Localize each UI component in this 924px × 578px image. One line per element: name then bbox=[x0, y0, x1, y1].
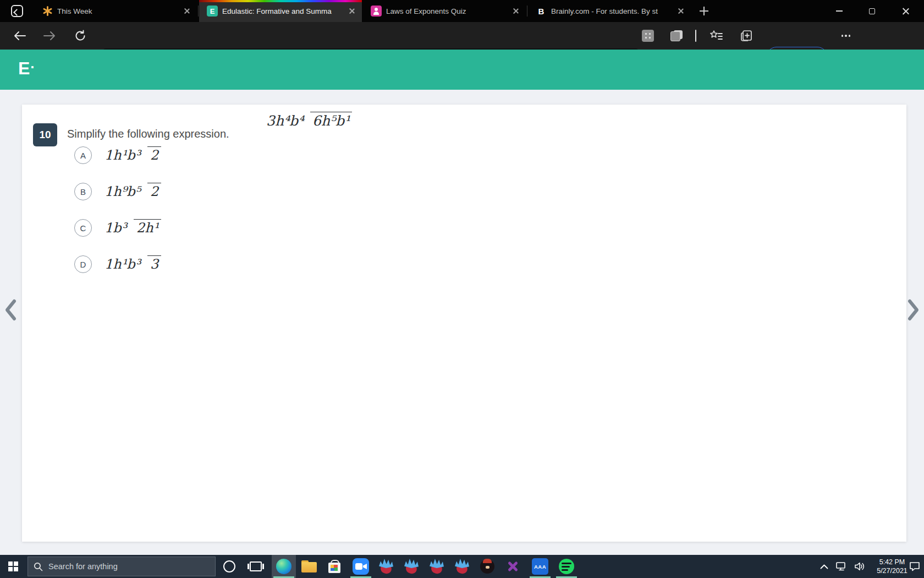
action-center-icon bbox=[909, 561, 920, 571]
option-radio[interactable]: C bbox=[74, 219, 92, 237]
taskbar-game-2[interactable] bbox=[399, 555, 424, 578]
chevron-up-icon bbox=[820, 564, 828, 569]
option-numerator: 1b³ bbox=[102, 220, 129, 236]
question-expression: 3h⁴b⁴ 6h⁵b¹ bbox=[264, 112, 352, 129]
clock-time: 5:42 PM bbox=[877, 558, 908, 566]
person-favicon bbox=[371, 6, 382, 17]
option-denominator: 2h¹ bbox=[134, 219, 161, 236]
tray-volume[interactable] bbox=[850, 555, 869, 578]
collections-button[interactable] bbox=[739, 28, 755, 43]
forward-button[interactable] bbox=[41, 27, 58, 45]
option-denominator: 3 bbox=[147, 255, 161, 272]
taskbar-search-input[interactable]: Search for anything bbox=[28, 557, 216, 576]
question-number-badge: 10 bbox=[33, 123, 57, 146]
windows-logo-icon bbox=[8, 561, 18, 571]
expression-numerator: 3h⁴b⁴ bbox=[264, 112, 306, 129]
close-icon[interactable] bbox=[348, 7, 356, 15]
cortana-icon bbox=[223, 560, 235, 572]
answer-option-a[interactable]: A 1h¹b³ 2 bbox=[74, 146, 161, 164]
dark-character-icon bbox=[480, 559, 494, 574]
task-view-button[interactable] bbox=[243, 555, 268, 578]
option-denominator: 2 bbox=[147, 183, 161, 200]
taskbar-store[interactable] bbox=[322, 555, 346, 578]
forward-arrow-icon bbox=[43, 30, 56, 41]
tray-network[interactable] bbox=[832, 555, 850, 578]
tab-this-week[interactable]: This Week bbox=[34, 0, 197, 22]
answer-option-d[interactable]: D 1h¹b³ 3 bbox=[74, 255, 161, 273]
option-numerator: 1h¹b³ bbox=[102, 147, 143, 163]
tray-show-hidden-icons[interactable] bbox=[815, 555, 833, 578]
taskbar-file-explorer[interactable] bbox=[297, 555, 321, 578]
collections-icon bbox=[740, 29, 754, 42]
edge-icon bbox=[276, 559, 292, 574]
favorites-button[interactable] bbox=[708, 28, 724, 43]
browser-tab-bar: This Week E Edulastic: Formative and Sum… bbox=[0, 0, 924, 22]
tab-divider bbox=[198, 6, 199, 17]
tab-title: Edulastic: Formative and Summa bbox=[222, 7, 343, 15]
chevron-right-icon bbox=[906, 298, 921, 322]
clock-date: 5/27/2021 bbox=[877, 566, 908, 575]
extension-grid-button[interactable] bbox=[640, 28, 656, 43]
option-radio[interactable]: A bbox=[74, 146, 92, 164]
option-fraction: 1h¹b³ 2 bbox=[102, 148, 161, 163]
taskbar-game-5[interactable] bbox=[475, 555, 499, 578]
clock-text: 5:42 PM 5/27/2021 bbox=[877, 558, 908, 575]
browser-app-icon[interactable] bbox=[11, 5, 23, 17]
window-maximize-button[interactable] bbox=[859, 0, 884, 22]
option-radio[interactable]: D bbox=[74, 255, 92, 273]
close-icon[interactable] bbox=[183, 7, 191, 15]
taskbar-zoom[interactable] bbox=[349, 555, 373, 578]
taskbar-edge[interactable] bbox=[272, 555, 296, 578]
taskbar-game-6[interactable] bbox=[501, 555, 525, 578]
expression-denominator: 6h⁵b¹ bbox=[310, 112, 352, 129]
answer-option-c[interactable]: C 1b³ 2h¹ bbox=[74, 219, 161, 237]
option-radio[interactable]: B bbox=[74, 183, 92, 200]
cortana-button[interactable] bbox=[217, 555, 242, 578]
tab-title: Laws of Exponents Quiz bbox=[386, 7, 507, 15]
window-close-button[interactable] bbox=[893, 0, 919, 22]
purple-x-icon bbox=[505, 559, 520, 574]
tab-divider bbox=[527, 6, 527, 17]
taskbar-game-3[interactable] bbox=[425, 555, 449, 578]
taskbar-spotify[interactable] bbox=[554, 555, 579, 578]
screen: This Week E Edulastic: Formative and Sum… bbox=[0, 0, 924, 578]
microsoft-store-icon bbox=[328, 563, 340, 573]
extension-photos-button[interactable] bbox=[669, 28, 684, 43]
edulastic-favicon: E bbox=[207, 6, 218, 17]
back-arrow-icon bbox=[13, 30, 26, 41]
new-tab-button[interactable] bbox=[697, 4, 711, 18]
close-icon[interactable] bbox=[512, 7, 520, 15]
close-icon bbox=[902, 7, 910, 15]
back-button[interactable] bbox=[11, 27, 29, 45]
tab-edulastic[interactable]: E Edulastic: Formative and Summa bbox=[199, 0, 362, 22]
page-next-chevron[interactable] bbox=[906, 298, 923, 322]
taskbar-game-1[interactable] bbox=[374, 555, 398, 578]
page-previous-chevron[interactable] bbox=[3, 298, 20, 322]
option-numerator: 1h⁹b⁵ bbox=[102, 183, 143, 200]
network-icon bbox=[835, 561, 847, 571]
answer-option-b[interactable]: B 1h⁹b⁵ 2 bbox=[74, 183, 161, 200]
option-fraction: 1b³ 2h¹ bbox=[102, 220, 161, 236]
spotify-icon bbox=[559, 559, 574, 574]
toolbar-divider bbox=[695, 30, 696, 42]
speaker-icon bbox=[854, 561, 866, 571]
option-numerator: 1h¹b³ bbox=[102, 256, 143, 272]
tab-laws-of-exponents[interactable]: Laws of Exponents Quiz bbox=[363, 0, 526, 22]
close-icon[interactable] bbox=[676, 7, 685, 15]
tab-brainly[interactable]: B Brainly.com - For students. By st bbox=[528, 0, 691, 22]
chevron-left-icon bbox=[3, 298, 18, 322]
taskbar-game-4[interactable] bbox=[450, 555, 474, 578]
option-fraction: 1h¹b³ 3 bbox=[102, 257, 161, 272]
edulastic-logo: E· bbox=[18, 58, 36, 79]
search-icon bbox=[34, 562, 43, 571]
start-button[interactable] bbox=[0, 555, 26, 578]
browser-menu-button[interactable] bbox=[838, 28, 854, 43]
refresh-button[interactable] bbox=[72, 27, 89, 45]
window-minimize-button[interactable] bbox=[827, 0, 852, 22]
favorites-star-list-icon bbox=[709, 30, 723, 42]
asterisk-icon bbox=[42, 6, 53, 17]
tray-action-center[interactable] bbox=[905, 555, 924, 578]
tab-title: This Week bbox=[57, 7, 178, 15]
taskbar-ppa-app[interactable]: AAA bbox=[527, 555, 553, 578]
task-view-icon bbox=[250, 561, 262, 571]
